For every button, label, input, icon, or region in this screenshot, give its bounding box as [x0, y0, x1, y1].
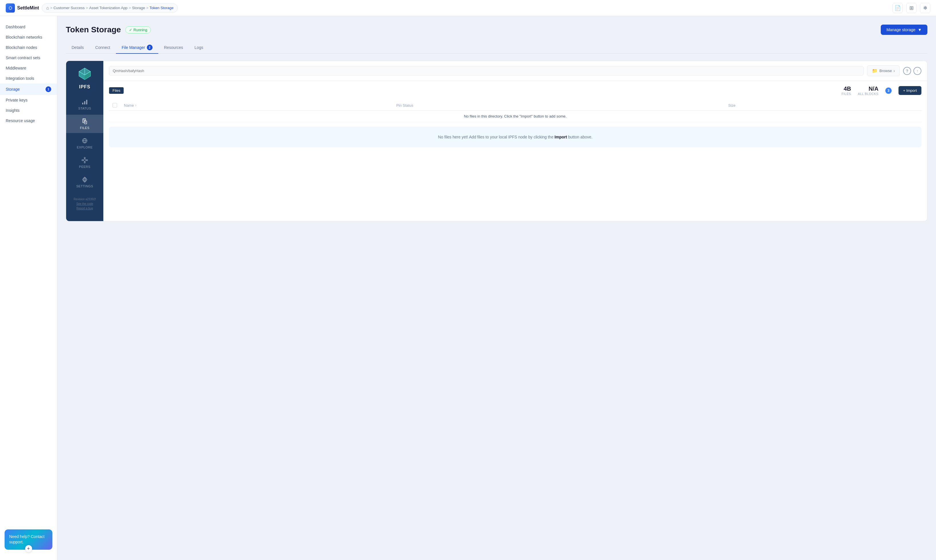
ipfs-report-bug[interactable]: Report a bug	[74, 206, 96, 211]
svg-point-21	[84, 157, 85, 158]
help-icon-btn[interactable]: ?	[903, 67, 911, 75]
manage-storage-button[interactable]: Manage storage ▼	[881, 25, 927, 35]
topnav: ⬡ SettleMint ⌂ > Customer Success > Asse…	[0, 0, 936, 16]
ipfs-revision: Revision a23392f	[74, 197, 96, 202]
breadcrumb-sep-1: >	[50, 6, 52, 10]
sidebar-item-resource-usage[interactable]: Resource usage	[0, 115, 57, 126]
no-files-text-after: button above.	[567, 135, 592, 139]
svg-point-22	[84, 162, 85, 163]
sidebar-item-blockchain-networks[interactable]: Blockchain networks	[0, 32, 57, 42]
svg-rect-8	[84, 101, 85, 105]
empty-message-text: No files in this directory. Click the "I…	[464, 114, 567, 118]
sort-icon[interactable]: ↑	[135, 103, 137, 108]
upload-icon-btn[interactable]: ↑	[913, 67, 921, 75]
tabs: Details Connect File Manager 2 Resources…	[66, 42, 927, 54]
page-title-row: Token Storage ✓ Running	[66, 25, 151, 34]
tab-connect[interactable]: Connect	[89, 42, 116, 54]
ipfs-nav-files-label: FILES	[80, 126, 89, 129]
files-count-value: 4B	[842, 86, 851, 92]
sidebar-item-label: Integration tools	[6, 76, 34, 81]
sidebar-item-label: Dashboard	[6, 25, 25, 29]
settings-nav-icon	[82, 177, 88, 183]
doc-icon: 📄	[894, 5, 901, 11]
table-empty-row: No files in this directory. Click the "I…	[109, 111, 921, 122]
folder-icon: 📁	[872, 68, 877, 74]
home-icon[interactable]: ⌂	[46, 5, 49, 11]
sidebar-item-insights[interactable]: Insights	[0, 105, 57, 115]
sidebar-item-label: Blockchain nodes	[6, 45, 37, 50]
logo[interactable]: ⬡ SettleMint	[6, 3, 39, 12]
tab-logs-label: Logs	[195, 45, 203, 50]
ipfs-see-code[interactable]: See the code	[74, 202, 96, 206]
import-button[interactable]: + Import	[899, 86, 921, 95]
browse-button[interactable]: 📁 Browse ›	[867, 66, 900, 76]
svg-point-19	[82, 160, 83, 161]
table-header-row: Name ↑ Pin Status Size	[109, 100, 921, 111]
ipfs-nav-peers-label: PEERS	[79, 165, 91, 168]
ipfs-search-bar: 📁 Browse › ? ↑	[103, 61, 927, 81]
sidebar-item-storage[interactable]: Storage 1	[0, 83, 57, 95]
svg-rect-7	[82, 103, 83, 105]
import-label: + Import	[903, 88, 917, 93]
tab-details[interactable]: Details	[66, 42, 89, 54]
search-icons: ? ↑	[903, 67, 921, 75]
doc-icon-btn[interactable]: 📄	[893, 3, 903, 13]
import-word: Import	[554, 135, 567, 139]
tab-resources[interactable]: Resources	[158, 42, 189, 54]
ipfs-sidebar: IPFS STATUS	[66, 61, 103, 221]
sidebar-item-integration-tools[interactable]: Integration tools	[0, 73, 57, 83]
blocks-value: N/A	[858, 86, 879, 92]
ipfs-nav-explore[interactable]: EXPLORE	[66, 134, 103, 152]
breadcrumb-storage[interactable]: Storage	[132, 6, 145, 10]
sidebar-item-label: Resource usage	[6, 118, 35, 123]
snowflake-icon-btn[interactable]: ❄	[920, 3, 930, 13]
sidebar-item-blockchain-nodes[interactable]: Blockchain nodes	[0, 42, 57, 52]
page-title: Token Storage	[66, 25, 121, 34]
plus-icon: +	[27, 545, 30, 552]
sidebar-item-dashboard[interactable]: Dashboard	[0, 22, 57, 32]
help-icon: ?	[906, 69, 908, 73]
col-header-size: Size	[725, 100, 921, 111]
grid-icon-btn[interactable]: ⊞	[906, 3, 916, 13]
ipfs-nav-settings[interactable]: SETTINGS	[66, 173, 103, 191]
breadcrumb-app[interactable]: Asset Tokenization App	[89, 6, 127, 10]
search-input[interactable]	[109, 66, 864, 75]
sidebar-item-label: Insights	[6, 108, 20, 113]
ipfs-nav-status[interactable]: STATUS	[66, 95, 103, 114]
chevron-down-icon: ▼	[917, 28, 922, 32]
tab-connect-label: Connect	[95, 45, 110, 50]
col-header-name: Name ↑	[120, 100, 393, 111]
ipfs-nav-explore-label: EXPLORE	[77, 146, 93, 149]
ipfs-title: IPFS	[77, 85, 92, 89]
explore-nav-icon	[82, 138, 88, 145]
ipfs-logo: IPFS	[73, 67, 96, 89]
breadcrumb-customer-success[interactable]: Customer Success	[54, 6, 85, 10]
ipfs-cube-icon	[77, 67, 92, 81]
storage-badge: 1	[46, 86, 51, 92]
ipfs-nav-files[interactable]: FILES	[66, 115, 103, 133]
blocks-stat: N/A ALL BLOCKS	[858, 86, 879, 95]
file-table: Name ↑ Pin Status Size	[109, 100, 921, 122]
main-content: Token Storage ✓ Running Manage storage ▼…	[57, 16, 936, 560]
sidebar-item-smart-contract-sets[interactable]: Smart contract sets	[0, 52, 57, 63]
files-tag: Files	[109, 87, 124, 94]
help-card-plus[interactable]: +	[25, 545, 32, 552]
tab-file-manager-label: File Manager	[122, 45, 145, 50]
browse-label: Browse	[879, 69, 891, 73]
sidebar-item-private-keys[interactable]: Private keys	[0, 95, 57, 105]
tab-details-label: Details	[72, 45, 84, 50]
files-count-stat: 4B FILES	[842, 86, 851, 95]
sidebar-item-middleware[interactable]: Middleware	[0, 63, 57, 73]
help-card[interactable]: Need help? Contact support. +	[5, 529, 52, 550]
ipfs-layout: IPFS STATUS	[66, 61, 927, 221]
tab-file-manager[interactable]: File Manager 2	[116, 42, 158, 54]
ipfs-footer: Revision a23392f See the code Report a b…	[71, 192, 98, 215]
ipfs-nav-peers[interactable]: PEERS	[66, 154, 103, 172]
select-all-checkbox[interactable]	[113, 103, 117, 108]
sidebar: Dashboard Blockchain networks Blockchain…	[0, 16, 57, 560]
sidebar-item-label: Storage	[6, 87, 20, 92]
status-text: ✓ Running	[129, 28, 147, 32]
ipfs-nav-settings-label: SETTINGS	[76, 185, 93, 188]
breadcrumb-sep-3: >	[129, 6, 131, 10]
tab-logs[interactable]: Logs	[189, 42, 209, 54]
